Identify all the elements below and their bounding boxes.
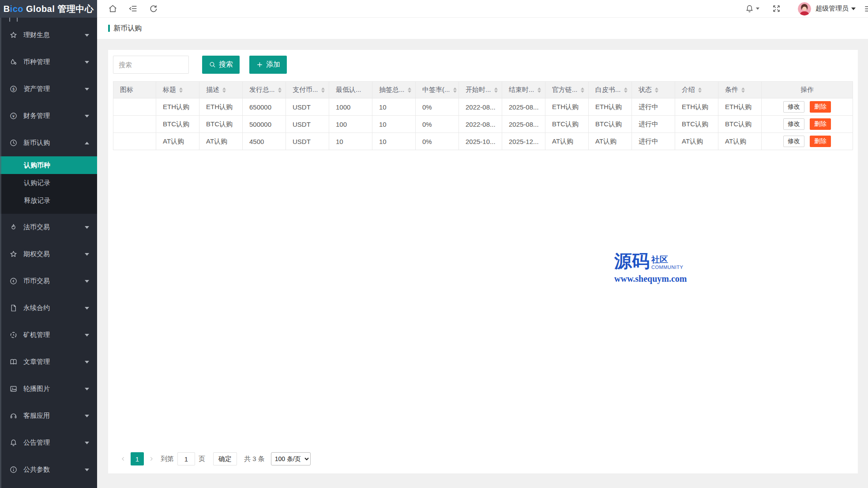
table-cell: 10 [372,116,416,133]
home-icon [108,4,117,13]
table-cell: 1000 [329,98,372,116]
table-cell: 10 [329,133,372,150]
goto-confirm-button[interactable]: 确定 [213,452,237,465]
delete-button[interactable]: 删除 [810,101,831,113]
sort-icon[interactable] [321,87,325,93]
table-cell: ETH认购 [156,98,199,116]
column-header-开始时...[interactable]: 开始时... [459,82,502,98]
caret-down-icon [85,307,89,310]
fullscreen-icon [772,4,781,13]
chevron-right-icon [148,456,154,462]
column-header-抽签总...[interactable]: 抽签总... [372,82,416,98]
column-header-条件[interactable]: 条件 [718,82,762,98]
page-title: 新币认购 [113,24,142,33]
sidebar-item-公共参数[interactable]: 公共参数 [0,456,97,483]
search-input[interactable] [113,56,189,74]
sidebar-scrollbar[interactable] [0,18,1,488]
sidebar-item-新币认购[interactable]: 新币认购 [0,129,97,156]
sort-icon[interactable] [222,87,226,93]
caret-down-icon [85,253,89,256]
gear-icon [9,331,18,339]
sidebar-subitem-认购币种[interactable]: 认购币种 [0,156,97,174]
subscription-table: 图标标题描述发行总...支付币...最低认...抽签总...中签率(...开始时… [113,81,853,150]
sidebar-item-公告管理[interactable]: 公告管理 [0,429,97,456]
column-header-官方链...[interactable]: 官方链... [545,82,589,98]
sort-icon[interactable] [179,87,183,93]
sidebar-item-资产管理[interactable]: 资产管理 [0,76,97,102]
more-menu-button[interactable] [864,4,868,14]
delete-button[interactable]: 删除 [810,118,831,130]
add-button[interactable]: 添加 [249,56,287,74]
caret-down-icon [85,415,89,417]
sort-icon[interactable] [741,87,745,93]
table-cell: 0% [416,116,459,133]
column-header-发行总...[interactable]: 发行总... [243,82,286,98]
sort-icon[interactable] [453,87,457,93]
table-cell: BTC认购 [718,116,762,133]
goto-page-input[interactable] [177,452,195,465]
sidebar-item-理财生息[interactable]: 理财生息 [0,22,97,49]
sidebar-item-轮播图片[interactable]: 轮播图片 [0,375,97,402]
table-cell: 10 [372,133,416,150]
column-header-中签率(...[interactable]: 中签率(... [416,82,459,98]
home-button[interactable] [108,4,117,13]
edit-button[interactable]: 修改 [783,118,804,130]
table-cell: 2025-08... [502,116,545,133]
sort-icon[interactable] [408,87,411,93]
edit-button[interactable]: 修改 [783,101,804,113]
sort-icon[interactable] [494,87,498,93]
sidebar-item-客服应用[interactable]: 客服应用 [0,402,97,429]
table-cell: 500000 [243,116,286,133]
refresh-button[interactable] [149,4,158,13]
next-page-button[interactable] [146,456,157,462]
sidebar-subitem-释放记录[interactable]: 释放记录 [0,192,97,209]
fullscreen-button[interactable] [772,4,781,13]
sidebar-item-币币交易[interactable]: 币币交易 [0,268,97,295]
edit-button[interactable]: 修改 [783,136,804,147]
table-cell: 进行中 [632,98,675,116]
sidebar-item-矿机管理[interactable]: 矿机管理 [0,322,97,348]
sort-icon[interactable] [698,87,702,93]
page-size-select[interactable]: 100 条/页 [271,452,311,465]
book-icon [9,358,18,366]
sidebar-subitem-认购记录[interactable]: 认购记录 [0,174,97,192]
caret-down-icon [85,226,89,229]
sort-icon[interactable] [581,87,584,93]
sidebar: Bico Global 管理中心 理财生息 币种管理 资产管理 财务管理 新币认… [0,0,97,488]
logo-prefix: B [4,4,10,14]
star-icon [9,31,18,39]
delete-button[interactable]: 删除 [810,136,831,147]
actions-cell: 修改删除 [762,133,853,150]
table-cell: BTC认购 [545,116,589,133]
table-cell: 4500 [243,133,286,150]
column-header-支付币...[interactable]: 支付币... [286,82,329,98]
column-header-白皮书...[interactable]: 白皮书... [589,82,632,98]
search-button[interactable]: 搜索 [202,56,240,74]
avatar[interactable] [798,2,811,15]
logo-suffix: Global 管理中心 [23,3,94,15]
column-header-介绍[interactable]: 介绍 [675,82,718,98]
column-header-状态[interactable]: 状态 [632,82,675,98]
notifications-button[interactable] [745,4,759,13]
sidebar-item-法币交易[interactable]: 法币交易 [0,214,97,241]
column-header-标题[interactable]: 标题 [156,82,199,98]
caret-down-icon [85,115,89,117]
table-cell: AT认购 [545,133,589,150]
sort-icon[interactable] [278,87,282,93]
sort-icon[interactable] [655,87,658,93]
sidebar-item-永续合约[interactable]: 永续合约 [0,295,97,322]
current-page-button[interactable]: 1 [131,452,144,465]
sidebar-item-文章管理[interactable]: 文章管理 [0,348,97,375]
column-header-结束时...[interactable]: 结束时... [502,82,545,98]
user-menu[interactable]: 超级管理员 [815,4,849,13]
sidebar-item-财务管理[interactable]: 财务管理 [0,102,97,129]
column-header-描述[interactable]: 描述 [199,82,243,98]
sort-icon[interactable] [624,87,628,93]
table-cell: 0% [416,133,459,150]
sidebar-item-币种管理[interactable]: 币种管理 [0,49,97,76]
image-icon [9,385,18,393]
prev-page-button[interactable] [117,456,129,462]
sidebar-item-期权交易[interactable]: 期权交易 [0,241,97,268]
collapse-sidebar-button[interactable] [128,4,138,13]
sort-icon[interactable] [537,87,541,93]
